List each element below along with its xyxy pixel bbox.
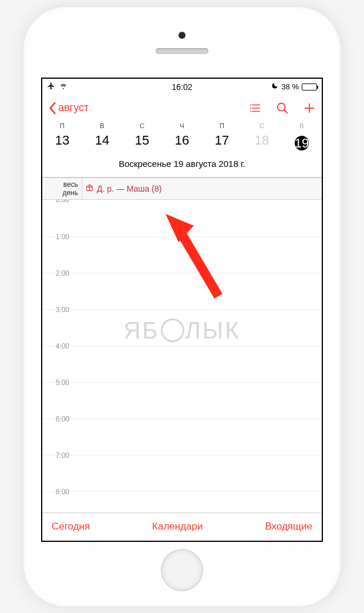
weekday-label: Ч	[162, 122, 202, 129]
bottom-toolbar: Сегодня Календари Входящие	[42, 512, 322, 541]
day-cell[interactable]: 17	[202, 133, 242, 154]
full-date-label: Воскресенье 19 августа 2018 г.	[42, 154, 322, 172]
list-view-icon[interactable]	[249, 102, 262, 115]
back-label: август	[58, 102, 89, 114]
battery-icon	[302, 83, 317, 91]
hour-label: 6:00	[42, 415, 74, 423]
all-day-label: весь день	[42, 178, 82, 199]
hour-row: 5:00	[42, 382, 322, 418]
svg-point-2	[250, 110, 251, 112]
hour-row: 0:00	[42, 200, 322, 236]
back-button[interactable]: август	[48, 102, 249, 115]
weekday-label: П	[42, 122, 82, 129]
hour-label: 1:00	[42, 233, 74, 241]
day-cell[interactable]: 18	[242, 133, 282, 154]
weekday-label: В	[282, 122, 322, 129]
hour-row: 6:00	[42, 418, 322, 455]
hour-row: 7:00	[42, 455, 322, 491]
sensor-dot	[178, 32, 186, 39]
screen: 16:02 38 % август	[41, 78, 323, 542]
add-event-icon[interactable]	[303, 102, 316, 115]
hour-row: 3:00	[42, 309, 322, 346]
inbox-button[interactable]: Входящие	[265, 521, 312, 532]
speaker-slot	[156, 48, 208, 54]
hour-row: 8:00	[42, 491, 322, 512]
day-cell[interactable]: 15	[122, 133, 162, 154]
hour-label: 4:00	[42, 342, 74, 350]
hour-label: 2:00	[42, 269, 74, 277]
weekday-row: П В С Ч П С В	[42, 122, 322, 129]
weekday-label: С	[242, 122, 282, 129]
day-cell[interactable]: 13	[42, 133, 82, 154]
day-cell[interactable]: 19	[282, 133, 322, 154]
hour-label: 7:00	[42, 451, 74, 460]
weekday-label: П	[202, 122, 242, 129]
wifi-icon	[59, 82, 68, 92]
phone-frame: 16:02 38 % август	[23, 7, 341, 607]
today-button[interactable]: Сегодня	[52, 521, 90, 532]
weekday-label: С	[122, 122, 162, 129]
event-title: Д. р. — Маша (8)	[97, 184, 161, 193]
svg-point-0	[250, 104, 251, 105]
hour-label: 5:00	[42, 378, 74, 387]
hour-label: 3:00	[42, 306, 74, 314]
search-icon[interactable]	[276, 102, 289, 115]
calendars-button[interactable]: Календари	[152, 521, 203, 532]
day-cell[interactable]: 14	[82, 133, 122, 154]
svg-point-1	[250, 107, 251, 108]
dnd-moon-icon	[271, 82, 278, 91]
airplane-mode-icon	[47, 82, 55, 92]
nav-bar: август	[42, 95, 322, 121]
time-grid[interactable]: 0:00 1:00 2:00 3:00 4:00 5:00 6:00 7:00 …	[42, 200, 322, 512]
all-day-event[interactable]: Д. р. — Маша (8)	[82, 178, 322, 199]
status-time: 16:02	[137, 82, 227, 92]
home-button[interactable]	[161, 549, 203, 591]
hour-row: 1:00	[42, 236, 322, 273]
all-day-row: весь день Д. р. — Маша (8)	[42, 177, 322, 200]
weekday-label: В	[82, 122, 122, 129]
day-cell[interactable]: 16	[162, 133, 202, 154]
svg-line-4	[284, 109, 288, 113]
status-bar: 16:02 38 %	[42, 79, 322, 95]
hour-row: 2:00	[42, 273, 322, 309]
week-header: П В С Ч П С В 13 14 15 16 17 18 19 Воскр…	[42, 121, 322, 177]
hour-label: 0:00	[42, 200, 74, 204]
hour-row: 4:00	[42, 346, 322, 382]
chevron-left-icon	[48, 102, 56, 115]
gift-icon	[86, 184, 93, 193]
battery-percent: 38 %	[281, 82, 299, 91]
hour-label: 8:00	[42, 488, 74, 496]
daynum-row: 13 14 15 16 17 18 19	[42, 133, 322, 154]
